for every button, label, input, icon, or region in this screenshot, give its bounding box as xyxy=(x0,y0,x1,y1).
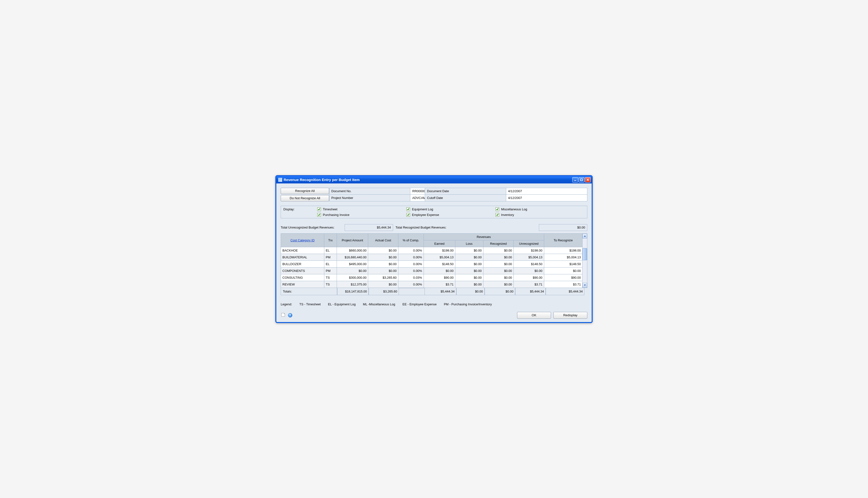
svg-marker-4 xyxy=(584,235,586,237)
revenue-table: Cost Category ID Trx Project Amount Actu… xyxy=(281,233,582,288)
close-button[interactable] xyxy=(585,177,591,183)
legend-ts: TS - Timesheet xyxy=(299,302,321,306)
window-title: Revenue Recognition Entry per Budget Ite… xyxy=(284,178,572,182)
equipment-log-checkbox[interactable]: Equipment Log xyxy=(406,207,496,211)
totals-actual-cost: $3,265.60 xyxy=(369,288,399,295)
recognize-all-button[interactable]: Recognize All xyxy=(281,188,329,194)
maximize-button[interactable] xyxy=(579,177,584,183)
timesheet-checkbox[interactable]: Timesheet xyxy=(317,207,406,211)
document-date-label: Document Date xyxy=(425,188,506,195)
totals-recognized: $0.00 xyxy=(485,288,515,295)
col-loss[interactable]: Loss xyxy=(455,240,483,247)
document-date-field[interactable]: 4/12/2007 xyxy=(506,188,587,195)
minimize-button[interactable] xyxy=(572,177,578,183)
table-row[interactable]: COMPONENTSPM$0.00$0.000.00%$0.00$0.00$0.… xyxy=(281,267,582,274)
table-row[interactable]: REVIEWTS$12,375.00$0.000.00%$3.71$0.00$0… xyxy=(281,281,582,288)
col-recognized[interactable]: Recognized xyxy=(483,240,513,247)
app-icon xyxy=(278,178,282,182)
totals-earned: $5,444.34 xyxy=(424,288,456,295)
total-unrecognized-value: $5,444.34 xyxy=(344,224,393,231)
redisplay-button[interactable]: Redisplay xyxy=(553,312,587,319)
svg-marker-7 xyxy=(284,313,285,314)
display-filter-group: Display: Timesheet Equipment Log Miscell… xyxy=(281,206,587,218)
svg-marker-5 xyxy=(584,285,586,286)
help-icon[interactable]: ? xyxy=(288,313,292,317)
cutoff-date-field[interactable]: 4/12/2007 xyxy=(506,195,587,201)
legend-label: Legend: xyxy=(281,302,292,306)
legend: Legend: TS - Timesheet EL - Equipment Lo… xyxy=(281,302,587,306)
svg-rect-1 xyxy=(581,179,582,181)
table-row[interactable]: CONSULTINGTS$300,000.00$3,265.600.03%$90… xyxy=(281,274,582,281)
app-window: Revenue Recognition Entry per Budget Ite… xyxy=(275,175,593,323)
col-cost-category: Cost Category ID xyxy=(281,233,324,247)
col-project-amount[interactable]: Project Amount xyxy=(337,233,368,247)
purchasing-invoice-checkbox[interactable]: Purchasing Invoice xyxy=(317,213,406,217)
misc-log-checkbox[interactable]: Miscellaneous Log xyxy=(496,207,585,211)
project-number-label: Project Number xyxy=(329,195,410,201)
legend-pm: PM - Purchasing Invoice/Inventory xyxy=(444,302,492,306)
total-recognized-value: $0.00 xyxy=(539,224,587,231)
legend-el: EL - Equipment Log xyxy=(328,302,355,306)
table-row[interactable]: BUILDMATERIALPM$16,680,440.00$0.000.00%$… xyxy=(281,254,582,261)
col-trx[interactable]: Trx xyxy=(324,233,337,247)
col-to-recognize[interactable]: To Recognize xyxy=(544,233,582,247)
col-earned[interactable]: Earned xyxy=(424,240,455,247)
titlebar[interactable]: Revenue Recognition Entry per Budget Ite… xyxy=(276,176,592,183)
cutoff-date-label: Cutoff Date xyxy=(425,195,506,201)
scroll-thumb[interactable] xyxy=(582,248,587,260)
do-not-recognize-all-button[interactable]: Do Not Recognize All xyxy=(281,195,329,201)
vertical-scrollbar[interactable] xyxy=(582,233,587,288)
display-label: Display: xyxy=(283,207,317,211)
scroll-up-icon[interactable] xyxy=(582,234,587,238)
legend-ee: EE - Employee Expense xyxy=(403,302,437,306)
employee-expense-checkbox[interactable]: Employee Expense xyxy=(406,213,496,217)
totals-row: Totals: $18,147,815.00 $3,265.60 $5,444.… xyxy=(281,288,587,295)
table-row[interactable]: BACKHOEEL$660,000.00$0.000.00%$198.00$0.… xyxy=(281,247,582,254)
col-pct-comp[interactable]: % of Comp. xyxy=(398,233,424,247)
legend-ml: ML -Miscellaneous Log xyxy=(363,302,395,306)
total-unrecognized-label: Total Unrecognized Budget Revenues: xyxy=(281,226,344,229)
ok-button[interactable]: OK xyxy=(517,312,551,319)
totals-to-recognize: $5,444.34 xyxy=(546,288,584,295)
col-revenues: Revenues xyxy=(424,233,544,240)
col-unrecognized[interactable]: Unrecognized xyxy=(514,240,544,247)
inventory-checkbox[interactable]: Inventory xyxy=(496,213,585,217)
totals-project-amount: $18,147,815.00 xyxy=(337,288,369,295)
totals-loss: $0.00 xyxy=(456,288,485,295)
scroll-down-icon[interactable] xyxy=(582,283,587,288)
document-no-label: Document No. xyxy=(329,188,410,195)
col-actual-cost[interactable]: Actual Cost xyxy=(368,233,398,247)
total-recognized-label: Total Recognized Budget Revenues: xyxy=(393,226,451,229)
totals-unrecognized: $5,444.34 xyxy=(515,288,546,295)
totals-label: Totals: xyxy=(281,288,337,295)
table-row[interactable]: BULLDOZEREL$495,000.00$0.000.00%$148.50$… xyxy=(281,261,582,267)
notes-icon[interactable] xyxy=(281,312,286,318)
